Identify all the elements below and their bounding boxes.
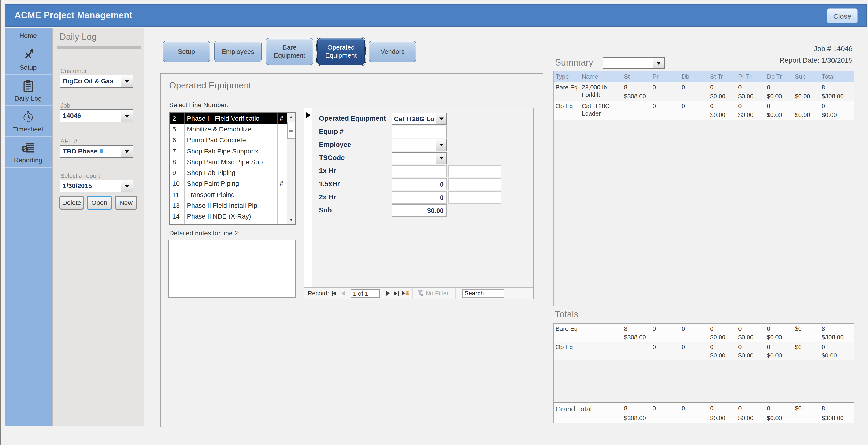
chevron-down-icon[interactable] (121, 110, 132, 122)
op-equipment-value: Cat IT28G Lo (392, 113, 436, 125)
customer-value: BigCo Oil & Gas (60, 75, 121, 87)
line-number-listbox: 2 Phase I - Field Verificatio # 5 Mobili… (169, 112, 296, 225)
chevron-down-icon[interactable] (121, 180, 132, 192)
summary-table: Type Name St Pr Db St Tr Pr Tr Db Tr Sub… (553, 71, 855, 306)
scrollbar-thumb[interactable] (287, 122, 295, 138)
list-item[interactable]: 11 Transport Piping (169, 189, 287, 200)
sidebar-item-label: Setup (20, 63, 36, 71)
equip-number-field[interactable] (392, 126, 447, 138)
grand-total-row: Grand Total 8$308.00 0 0 0$0.00 0$0.00 0… (554, 402, 854, 423)
employee-label: Employee (319, 141, 351, 148)
chevron-down-icon[interactable] (121, 145, 132, 157)
panel-divider (57, 46, 141, 49)
sub-label: Sub (319, 206, 332, 214)
no-filter-icon[interactable] (417, 289, 424, 297)
summary-heading: Summary (555, 58, 593, 68)
sidebar-item-label: Daily Log (14, 94, 42, 102)
tab-vendors[interactable]: Vendors (369, 41, 416, 62)
hr2-secondary-field[interactable] (448, 192, 501, 204)
job-combobox[interactable]: 14046 (60, 109, 133, 122)
job-number-text: Job # 14046 (814, 44, 852, 53)
operated-equipment-subform: Operated Equipment Cat IT28G Lo Equip # … (304, 108, 533, 299)
sub-field[interactable]: $0.00 (392, 204, 447, 217)
list-item[interactable]: 10 Shop Paint Piping # (169, 178, 287, 189)
sidebar-item-setup[interactable]: Setup (5, 44, 52, 75)
new-record-icon[interactable] (402, 289, 409, 297)
list-item[interactable]: 13 Phase II Field Install Pipi (169, 200, 287, 211)
tools-icon (21, 48, 35, 62)
summary-combobox-value (603, 58, 653, 68)
tab-bare-equipment[interactable]: Bare Equipment (266, 38, 313, 65)
list-item[interactable]: 8 Shop Paint Misc Pipe Sup (169, 156, 287, 167)
list-item[interactable]: 5 Mobilize & Demobilize (169, 124, 287, 135)
chevron-down-icon[interactable] (653, 58, 664, 68)
next-record-icon[interactable] (384, 289, 391, 297)
record-position[interactable]: 1 of 1 (351, 289, 380, 297)
new-button[interactable]: New (115, 196, 137, 210)
nav-separator (455, 288, 456, 298)
search-input[interactable] (462, 289, 504, 297)
sidebar-item-label: Home (20, 32, 37, 39)
sidebar-item-daily-log[interactable]: Daily Log (5, 75, 52, 106)
hr2-field[interactable]: 0 (392, 192, 447, 204)
sidebar-item-home[interactable]: Home (5, 28, 52, 44)
chevron-down-icon[interactable] (436, 139, 446, 151)
hr15-secondary-field[interactable] (448, 178, 501, 191)
totals-spacer (554, 360, 854, 402)
sidebar-filler (5, 168, 52, 426)
op-equipment-label: Operated Equipment (319, 115, 386, 122)
list-item[interactable]: 15 Phase II Hydro Testing (169, 222, 287, 224)
customer-combobox[interactable]: BigCo Oil & Gas (60, 75, 133, 88)
last-record-icon[interactable] (393, 289, 400, 297)
previous-record-icon[interactable] (339, 289, 347, 297)
list-item[interactable]: 6 Pump Pad Concrete (169, 135, 287, 145)
list-item[interactable]: 14 Phase II NDE (X-Ray) (169, 211, 287, 222)
chevron-down-icon[interactable] (436, 113, 446, 125)
report-combobox[interactable]: 1/30/2015 (60, 180, 133, 192)
tscode-combobox[interactable] (392, 152, 447, 164)
employee-combobox[interactable] (392, 139, 447, 151)
chevron-down-icon[interactable] (121, 75, 132, 87)
table-row: Op Eq 0 0 0$0.00 0$0.00 0$0.00 $0 0$0.00 (554, 342, 854, 360)
open-button[interactable]: Open (87, 196, 112, 210)
sidebar-item-label: Reporting (14, 156, 42, 164)
hr15-field[interactable]: 0 (392, 178, 447, 191)
app-window: ACME Project Management Close Home Setup (0, 0, 868, 445)
tab-setup[interactable]: Setup (162, 41, 210, 62)
close-button[interactable]: Close (827, 8, 858, 24)
tab-employees[interactable]: Employees (214, 41, 262, 62)
job-value: 14046 (60, 110, 121, 122)
sidebar-item-reporting[interactable]: $ Reporting (5, 137, 52, 168)
tscode-value (392, 152, 436, 164)
report-value: 1/30/2015 (60, 180, 121, 192)
delete-button[interactable]: Delete (60, 196, 84, 210)
afe-value: TBD Phase II (60, 145, 121, 157)
employee-value (392, 139, 436, 151)
afe-combobox[interactable]: TBD Phase II (60, 145, 133, 158)
svg-text:$: $ (24, 146, 27, 152)
hr1-secondary-field[interactable] (448, 165, 501, 177)
scroll-down-icon[interactable]: ▼ (287, 216, 295, 224)
table-row: Bare Eq 23,000 lb. Forklift 8$308.00 0 0… (554, 82, 854, 101)
list-item[interactable]: 2 Phase I - Field Verificatio # (169, 113, 287, 124)
list-item[interactable]: 9 Shop Fab Piping (169, 167, 287, 178)
customer-label: Customer (60, 67, 87, 74)
list-item[interactable]: 7 Shop Fab Pipe Supports (169, 145, 287, 157)
app-title: ACME Project Management (14, 10, 132, 21)
list-scrollbar[interactable]: ▲ ▼ (287, 113, 295, 224)
panel-heading: Daily Log (60, 32, 96, 42)
totals-heading: Totals (555, 309, 578, 319)
summary-combobox[interactable] (603, 57, 665, 69)
sidebar: Home Setup (5, 28, 52, 426)
op-equipment-combobox[interactable]: Cat IT28G Lo (392, 113, 447, 125)
first-record-icon[interactable] (331, 289, 338, 297)
sidebar-item-label: Timesheet (13, 125, 43, 133)
hr1-field[interactable] (392, 165, 447, 177)
clipboard-icon (21, 79, 35, 93)
sidebar-item-timesheet[interactable]: Timesheet (5, 106, 52, 137)
line-number-rows: 2 Phase I - Field Verificatio # 5 Mobili… (169, 113, 287, 224)
tab-operated-equipment[interactable]: Operated Equipment (317, 38, 365, 65)
chevron-down-icon[interactable] (436, 152, 446, 164)
notes-input[interactable] (168, 240, 296, 298)
scroll-up-icon[interactable]: ▲ (287, 113, 295, 121)
